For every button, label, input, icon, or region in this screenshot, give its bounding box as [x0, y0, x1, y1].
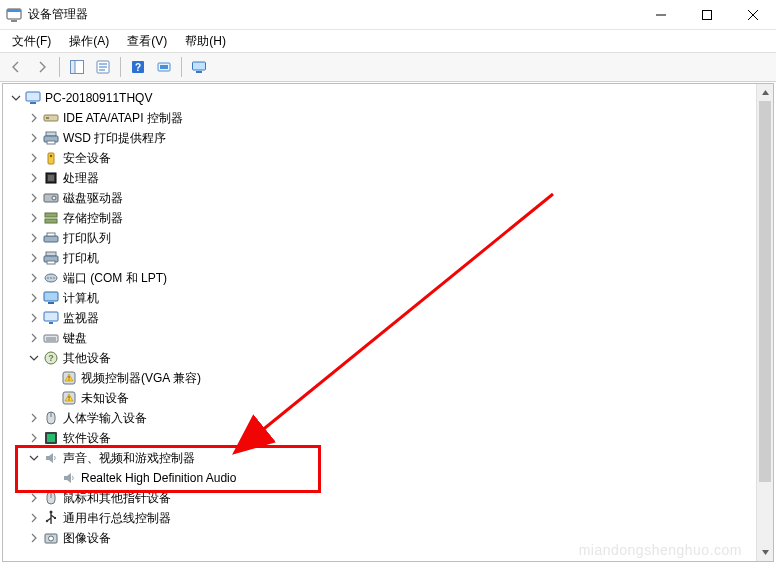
forward-button[interactable]: [30, 55, 54, 79]
svg-rect-35: [47, 233, 55, 236]
software-icon: [43, 430, 59, 446]
back-button[interactable]: [4, 55, 28, 79]
tree-node[interactable]: 鼠标和其他指针设备: [3, 488, 773, 508]
chevron-right-icon[interactable]: [27, 171, 41, 185]
close-button[interactable]: [730, 0, 776, 29]
tree-node-realtek-audio[interactable]: Realtek High Definition Audio: [3, 468, 773, 488]
svg-rect-32: [45, 213, 57, 217]
tree-node[interactable]: 未知设备: [3, 388, 773, 408]
title-bar: 设备管理器: [0, 0, 776, 30]
window-title: 设备管理器: [28, 6, 88, 23]
svg-rect-23: [46, 132, 56, 136]
warn-dev-icon: [61, 370, 77, 386]
svg-point-41: [50, 277, 52, 279]
svg-rect-38: [47, 261, 55, 264]
chevron-right-icon[interactable]: [27, 411, 41, 425]
chevron-right-icon[interactable]: [27, 531, 41, 545]
tree-node-sound-controllers[interactable]: 声音、视频和游戏控制器: [3, 448, 773, 468]
minimize-button[interactable]: [638, 0, 684, 29]
tree-node[interactable]: 通用串行总线控制器: [3, 508, 773, 528]
node-label: 未知设备: [81, 388, 129, 408]
menu-view[interactable]: 查看(V): [119, 31, 175, 52]
tree-node[interactable]: 计算机: [3, 288, 773, 308]
tree-node-other-devices[interactable]: ? 其他设备: [3, 348, 773, 368]
chevron-right-icon[interactable]: [27, 151, 41, 165]
svg-rect-20: [30, 102, 36, 104]
scroll-track[interactable]: [757, 101, 773, 544]
svg-point-68: [49, 536, 54, 541]
tree-root[interactable]: PC-20180911THQV: [3, 88, 773, 108]
security-icon: [43, 150, 59, 166]
chevron-right-icon[interactable]: [27, 291, 41, 305]
menu-help[interactable]: 帮助(H): [177, 31, 234, 52]
chevron-right-icon[interactable]: [27, 251, 41, 265]
chevron-right-icon[interactable]: [27, 491, 41, 505]
node-label: 打印队列: [63, 228, 111, 248]
vertical-scrollbar[interactable]: [756, 84, 773, 561]
app-icon: [6, 7, 22, 23]
hid-icon: [43, 410, 59, 426]
chevron-down-icon[interactable]: [27, 351, 41, 365]
tree-node[interactable]: 磁盘驱动器: [3, 188, 773, 208]
tree-node[interactable]: 打印队列: [3, 228, 773, 248]
svg-point-27: [50, 155, 52, 157]
tree-node[interactable]: IDE ATA/ATAPI 控制器: [3, 108, 773, 128]
node-label: 鼠标和其他指针设备: [63, 488, 171, 508]
scan-hardware-button[interactable]: [152, 55, 176, 79]
chevron-right-icon[interactable]: [27, 511, 41, 525]
tree-node[interactable]: 键盘: [3, 328, 773, 348]
svg-text:?: ?: [135, 62, 141, 73]
menu-file[interactable]: 文件(F): [4, 31, 59, 52]
tree-node[interactable]: 处理器: [3, 168, 773, 188]
properties-button[interactable]: [91, 55, 115, 79]
tree-node[interactable]: WSD 打印提供程序: [3, 128, 773, 148]
node-label: 人体学输入设备: [63, 408, 147, 428]
tree-root-label: PC-20180911THQV: [45, 88, 152, 108]
svg-rect-25: [47, 141, 55, 144]
tree-node[interactable]: 软件设备: [3, 428, 773, 448]
chevron-right-icon[interactable]: [27, 211, 41, 225]
tree-node[interactable]: 图像设备: [3, 528, 773, 548]
scroll-down-button[interactable]: [757, 544, 773, 561]
svg-rect-61: [47, 434, 55, 442]
help-button[interactable]: ?: [126, 55, 150, 79]
port-icon: [43, 270, 59, 286]
tree-node[interactable]: 打印机: [3, 248, 773, 268]
usb-icon: [43, 510, 59, 526]
svg-rect-4: [703, 10, 712, 19]
chevron-right-icon[interactable]: [27, 131, 41, 145]
menu-action[interactable]: 操作(A): [61, 31, 117, 52]
node-label: 磁盘驱动器: [63, 188, 123, 208]
show-hide-tree-button[interactable]: [65, 55, 89, 79]
node-label: 通用串行总线控制器: [63, 508, 171, 528]
svg-point-64: [50, 511, 53, 514]
scroll-thumb[interactable]: [759, 101, 771, 482]
tree-node[interactable]: 存储控制器: [3, 208, 773, 228]
maximize-button[interactable]: [684, 0, 730, 29]
chevron-right-icon[interactable]: [27, 311, 41, 325]
svg-rect-56: [69, 396, 70, 399]
chevron-right-icon[interactable]: [27, 331, 41, 345]
tree-node[interactable]: 人体学输入设备: [3, 408, 773, 428]
chevron-down-icon[interactable]: [27, 451, 41, 465]
toolbar-separator: [181, 57, 182, 77]
tree-node[interactable]: 视频控制器(VGA 兼容): [3, 368, 773, 388]
node-label: 键盘: [63, 328, 87, 348]
scroll-up-button[interactable]: [757, 84, 773, 101]
display-button[interactable]: [187, 55, 211, 79]
content-pane: PC-20180911THQV IDE ATA/ATAPI 控制器 WSD 打印…: [2, 83, 774, 562]
keyboard-icon: [43, 330, 59, 346]
chevron-right-icon[interactable]: [27, 191, 41, 205]
tree-node[interactable]: 安全设备: [3, 148, 773, 168]
chevron-right-icon[interactable]: [27, 271, 41, 285]
tree-node[interactable]: 端口 (COM 和 LPT): [3, 268, 773, 288]
toolbar-separator: [59, 57, 60, 77]
queue-icon: [43, 230, 59, 246]
chevron-right-icon[interactable]: [27, 111, 41, 125]
chevron-down-icon[interactable]: [9, 91, 23, 105]
computer-icon: [43, 290, 59, 306]
chevron-right-icon[interactable]: [27, 231, 41, 245]
tree-node[interactable]: 监视器: [3, 308, 773, 328]
chevron-right-icon[interactable]: [27, 431, 41, 445]
node-label: 计算机: [63, 288, 99, 308]
